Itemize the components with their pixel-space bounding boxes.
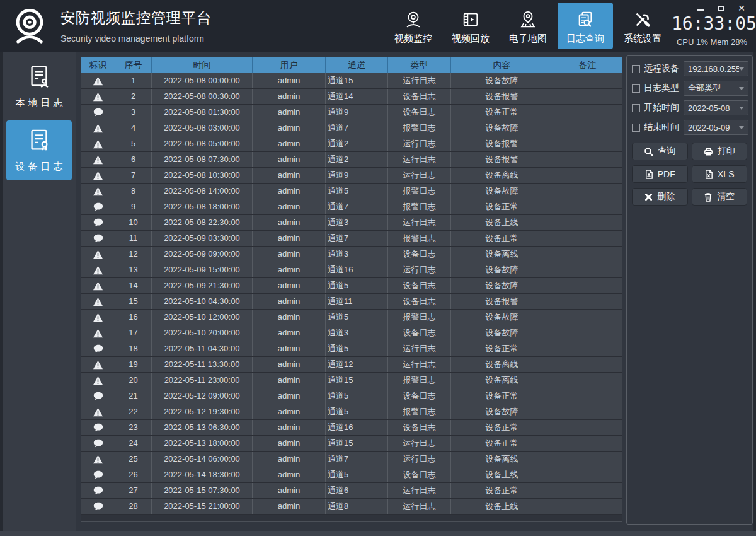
cell-content: 设备故障 <box>451 120 553 136</box>
clear-button[interactable]: 清空 <box>692 188 748 206</box>
close-button[interactable]: ✕ <box>737 4 746 13</box>
cell-time: 2022-05-11 04:30:00 <box>152 341 253 356</box>
minimize-button[interactable] <box>696 4 704 13</box>
table-row[interactable]: 192022-05-11 13:30:00admin通道12运行日志设备离线 <box>81 357 622 373</box>
table-row[interactable]: 222022-05-12 19:30:00admin通道5报警日志设备故障 <box>81 404 622 420</box>
cell-no: 2 <box>115 89 152 104</box>
table-row[interactable]: 282022-05-15 21:00:00admin通道8运行日志设备上线 <box>81 499 622 515</box>
table-row[interactable]: 122022-05-09 09:00:00admin通道3设备日志设备离线 <box>81 247 622 262</box>
end-time-checkbox[interactable] <box>632 124 640 132</box>
delete-button[interactable]: 删除 <box>632 188 688 206</box>
cell-content: 设备正常 <box>451 105 553 120</box>
cell-channel: 通道15 <box>326 73 388 88</box>
table-row[interactable]: 272022-05-15 07:30:00admin通道6运行日志设备正常 <box>81 483 622 499</box>
table-row[interactable]: 52022-05-08 05:00:00admin通道2运行日志设备报警 <box>81 136 622 152</box>
cell-time: 2022-05-10 20:00:00 <box>152 325 253 341</box>
comment-icon <box>81 105 115 120</box>
nav-item-label: 电子地图 <box>509 33 547 45</box>
cell-no: 23 <box>115 420 152 435</box>
table-row[interactable]: 182022-05-11 04:30:00admin通道5运行日志设备正常 <box>81 341 622 357</box>
cell-user: admin <box>253 325 326 341</box>
table-row[interactable]: 162022-05-10 12:00:00admin通道5报警日志设备故障 <box>81 310 622 325</box>
log-type-checkbox[interactable] <box>632 84 640 93</box>
cell-user: admin <box>253 420 326 435</box>
table-row[interactable]: 262022-05-14 18:30:00admin通道5设备日志设备上线 <box>81 467 622 483</box>
table-row[interactable]: 72022-05-08 10:30:00admin通道9运行日志设备离线 <box>81 168 622 184</box>
cell-type: 设备日志 <box>388 247 451 262</box>
table-row[interactable]: 12022-05-08 00:00:00admin通道15运行日志设备故障 <box>81 73 622 89</box>
table-row[interactable]: 142022-05-09 21:30:00admin通道5设备日志设备故障 <box>81 278 622 294</box>
nav-item-log-query[interactable]: 日志查询 <box>558 3 613 49</box>
table-row[interactable]: 132022-05-09 15:00:00admin通道16运行日志设备故障 <box>81 262 622 278</box>
nav-item-video-monitor[interactable]: 视频监控 <box>386 3 441 49</box>
column-header: 内容 <box>451 57 553 73</box>
print-button[interactable]: 打印 <box>692 143 748 160</box>
start-time-dropdown[interactable]: 2022-05-08 <box>684 100 748 115</box>
cell-no: 1 <box>115 73 152 88</box>
table-row[interactable]: 172022-05-10 20:00:00admin通道3设备日志设备故障 <box>81 325 622 341</box>
header-bar: 安防视频监控管理平台 Security video management pla… <box>0 0 756 52</box>
maximize-button[interactable] <box>716 4 725 13</box>
filter-label: 结束时间 <box>644 122 679 133</box>
page-subtitle: Security video management platform <box>60 33 212 44</box>
cell-user: admin <box>253 215 326 230</box>
cell-remark <box>553 278 622 293</box>
chevron-down-icon <box>739 87 744 90</box>
remote-device-checkbox[interactable] <box>632 65 640 73</box>
cell-channel: 通道16 <box>326 262 388 277</box>
table-row[interactable]: 152022-05-10 04:30:00admin通道11设备日志设备报警 <box>81 294 622 310</box>
table-row[interactable]: 102022-05-08 22:30:00admin通道3运行日志设备上线 <box>81 215 622 231</box>
cell-content: 设备上线 <box>451 467 553 482</box>
remote-device-dropdown[interactable]: 192.168.0.255 <box>684 61 748 76</box>
cell-time: 2022-05-10 12:00:00 <box>152 310 253 325</box>
table-row[interactable]: 252022-05-14 06:00:00admin通道7运行日志设备离线 <box>81 452 622 467</box>
cell-channel: 通道7 <box>326 231 388 246</box>
cell-no: 27 <box>115 483 152 498</box>
filter-row-start-time: 开始时间 2022-05-08 <box>631 100 748 115</box>
cell-remark <box>553 388 622 404</box>
warning-icon <box>81 120 115 136</box>
nav-item-e-map[interactable]: 电子地图 <box>500 3 556 49</box>
table-row[interactable]: 242022-05-13 18:00:00admin通道15运行日志设备正常 <box>81 436 622 452</box>
cell-type: 运行日志 <box>388 499 451 514</box>
cell-remark <box>553 247 622 262</box>
cell-user: admin <box>253 278 326 293</box>
cell-remark <box>553 341 622 356</box>
comment-icon <box>81 341 115 356</box>
sidebar-item-local-log[interactable]: 本地日志 <box>6 57 72 117</box>
filter-row-log-type: 日志类型 全部类型 <box>631 81 748 96</box>
cell-content: 设备上线 <box>451 215 553 230</box>
table-row[interactable]: 42022-05-08 03:00:00admin通道7报警日志设备故障 <box>81 120 622 136</box>
column-header: 标识 <box>81 57 115 73</box>
cell-type: 运行日志 <box>388 341 451 356</box>
cell-time: 2022-05-13 18:00:00 <box>152 436 253 451</box>
sidebar-item-device-log[interactable]: 设备日志 <box>6 120 72 180</box>
xls-export-button[interactable]: XLS <box>692 165 748 183</box>
cell-no: 28 <box>115 499 152 514</box>
nav-item-system-settings[interactable]: 系统设置 <box>615 3 670 49</box>
mem-usage: Mem 28% <box>710 37 747 47</box>
warning-icon <box>81 278 115 293</box>
cell-no: 21 <box>115 388 152 404</box>
table-row[interactable]: 22022-05-08 00:30:00admin通道14设备日志设备报警 <box>81 89 622 105</box>
dropdown-value: 2022-05-09 <box>684 123 739 132</box>
table-row[interactable]: 82022-05-08 14:00:00admin通道5报警日志设备故障 <box>81 184 622 199</box>
log-type-dropdown[interactable]: 全部类型 <box>684 81 748 96</box>
cell-user: admin <box>253 373 326 388</box>
table-row[interactable]: 112022-05-09 03:30:00admin通道7报警日志设备正常 <box>81 231 622 247</box>
end-time-dropdown[interactable]: 2022-05-09 <box>684 120 748 135</box>
nav-item-video-playback[interactable]: 视频回放 <box>443 3 498 49</box>
table-row[interactable]: 232022-05-13 06:30:00admin通道16设备日志设备正常 <box>81 420 622 436</box>
start-time-checkbox[interactable] <box>632 104 640 112</box>
cell-time: 2022-05-15 21:00:00 <box>152 499 253 514</box>
cell-remark <box>553 452 622 467</box>
table-row[interactable]: 212022-05-12 09:00:00admin通道5设备日志设备正常 <box>81 388 622 404</box>
pdf-export-button[interactable]: PDF <box>632 165 688 183</box>
table-row[interactable]: 62022-05-08 07:30:00admin通道2运行日志设备报警 <box>81 152 622 168</box>
table-row[interactable]: 32022-05-08 01:30:00admin通道9设备日志设备正常 <box>81 105 622 120</box>
table-row[interactable]: 202022-05-11 23:00:00admin通道15报警日志设备离线 <box>81 373 622 388</box>
cell-remark <box>553 499 622 514</box>
cell-type: 报警日志 <box>388 373 451 388</box>
table-row[interactable]: 92022-05-08 18:00:00admin通道7报警日志设备正常 <box>81 199 622 215</box>
query-button[interactable]: 查询 <box>632 143 688 160</box>
